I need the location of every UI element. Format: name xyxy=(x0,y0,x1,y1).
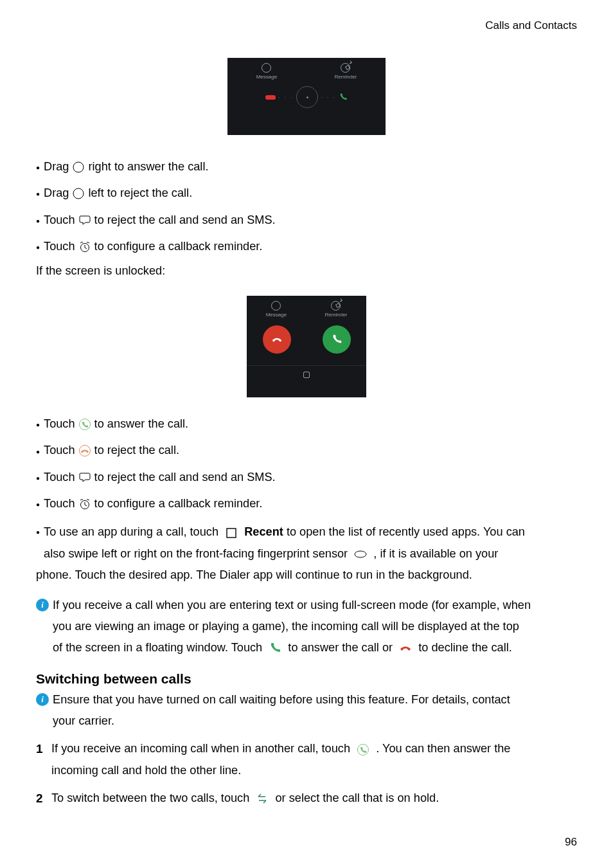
text: to configure a callback reminder. xyxy=(94,238,263,255)
slider-dots-right: · · · xyxy=(321,94,336,101)
text: If you receive a call when you are enter… xyxy=(53,599,531,611)
text: to open the list of recently used apps. … xyxy=(287,525,525,538)
unlocked-screen-actions-list: ● Touch to answer the call. ● Touch to r… xyxy=(36,415,577,586)
info-icon: i xyxy=(36,693,49,706)
step-number: 1 xyxy=(36,738,51,781)
reminder-icon xyxy=(341,63,350,73)
incoming-call-unlocked-screenshot: Message Reminder xyxy=(247,296,366,397)
reminder-icon xyxy=(331,301,341,311)
reminder-icon xyxy=(78,497,92,511)
message-icon xyxy=(78,213,92,227)
text: also swipe left or right on the front-fa… xyxy=(44,547,351,560)
answer-target-icon xyxy=(339,93,348,102)
reject-icon xyxy=(78,444,92,458)
slider-dots-left: · · · xyxy=(278,94,294,101)
answer-icon xyxy=(356,743,370,757)
ss1-message-label: Message xyxy=(256,74,277,80)
bullet-touch-reminder2: ● Touch to configure a callback reminder… xyxy=(36,495,577,512)
text: to reject the call. xyxy=(94,442,179,459)
fingerprint-icon xyxy=(353,547,368,561)
swap-icon xyxy=(255,791,269,806)
text: , if it is available on your xyxy=(373,547,498,560)
ss1-reminder-option: Reminder xyxy=(335,63,357,80)
text: Touch xyxy=(44,495,75,512)
text: left to reject the call. xyxy=(88,185,192,202)
bullet-drag-right: ● Drag right to answer the call. xyxy=(36,158,577,176)
step-2: 2 To switch between the two calls, touch… xyxy=(36,788,577,810)
page-number: 96 xyxy=(565,836,577,849)
answer-icon xyxy=(78,417,92,431)
bullet-icon: ● xyxy=(36,163,40,172)
text: Drag xyxy=(44,185,69,202)
bullet-icon: ● xyxy=(36,527,40,537)
text: Touch xyxy=(44,442,75,459)
text: If you receive an incoming call when in … xyxy=(51,742,353,755)
bullet-icon: ● xyxy=(36,473,40,483)
decline-icon xyxy=(398,641,413,655)
bullet-icon: ● xyxy=(36,242,40,252)
bullet-icon: ● xyxy=(36,500,40,509)
reject-target-icon xyxy=(265,95,276,100)
reject-button-icon xyxy=(263,325,291,354)
answer-button-icon xyxy=(323,325,351,354)
info-icon: i xyxy=(36,599,49,611)
text: your carrier. xyxy=(53,714,114,727)
step-1: 1 If you receive an incoming call when i… xyxy=(36,738,577,781)
bullet-icon: ● xyxy=(36,189,40,199)
text: to decline the call. xyxy=(418,641,512,654)
text: of the screen in a floating window. Touc… xyxy=(53,641,265,654)
unlocked-intro-text: If the screen is unlocked: xyxy=(36,264,577,278)
text: right to answer the call. xyxy=(88,158,208,176)
recent-label: Recent xyxy=(244,525,283,538)
ss2-message-label: Message xyxy=(266,312,287,318)
locked-screen-actions-list: ● Drag right to answer the call. ● Drag … xyxy=(36,158,577,255)
bullet-touch-reminder: ● Touch to configure a callback reminder… xyxy=(36,238,577,255)
ss1-message-option: Message xyxy=(256,63,277,80)
bullet-use-app: ● To use an app during a call, touch Rec… xyxy=(36,521,577,585)
text: Drag xyxy=(44,158,69,176)
bullet-icon: ● xyxy=(36,216,40,226)
ss2-message-option: Message xyxy=(266,301,287,318)
text: to configure a callback reminder. xyxy=(94,495,263,512)
recent-icon xyxy=(224,526,238,540)
info-call-waiting: i Ensure that you have turned on call wa… xyxy=(36,689,577,732)
nav-bar xyxy=(247,365,366,383)
text: or select the call that is on hold. xyxy=(275,791,439,804)
bullet-icon: ● xyxy=(36,447,40,457)
text: Touch xyxy=(44,415,75,433)
text: you are viewing an image or playing a ga… xyxy=(53,620,519,633)
section-heading-switching: Switching between calls xyxy=(36,671,577,687)
message-icon xyxy=(262,63,271,73)
recent-nav-icon xyxy=(303,372,310,378)
ss1-reminder-label: Reminder xyxy=(335,74,357,80)
text: Touch xyxy=(44,238,75,255)
text: to reject the call and send an SMS. xyxy=(94,469,276,486)
text: phone. Touch the desired app. The Dialer… xyxy=(36,568,472,581)
text: Ensure that you have turned on call wait… xyxy=(53,693,510,706)
text: to answer the call. xyxy=(94,415,189,433)
bullet-icon: ● xyxy=(36,420,40,429)
bullet-touch-reject: ● Touch to reject the call. xyxy=(36,442,577,459)
text: to reject the call and send an SMS. xyxy=(94,212,276,229)
circle-icon xyxy=(71,160,85,174)
slider-handle-icon xyxy=(296,86,318,108)
bullet-touch-answer: ● Touch to answer the call. xyxy=(36,415,577,433)
page-header-section: Calls and Contacts xyxy=(36,19,577,32)
text: To switch between the two calls, touch xyxy=(51,791,253,804)
circle-icon xyxy=(71,186,85,201)
reminder-icon xyxy=(78,240,92,254)
text: to answer the call or xyxy=(288,641,396,654)
message-icon xyxy=(78,470,92,484)
text: Touch xyxy=(44,212,75,229)
bullet-touch-sms2: ● Touch to reject the call and send an S… xyxy=(36,469,577,486)
info-floating-window: i If you receive a call when you are ent… xyxy=(36,595,577,658)
step-number: 2 xyxy=(36,788,51,810)
ss2-reminder-label: Reminder xyxy=(325,312,348,318)
text: incoming call and hold the other line. xyxy=(51,764,241,777)
answer-icon xyxy=(268,641,282,655)
incoming-call-locked-screenshot: Message Reminder · · · · · · xyxy=(227,58,386,135)
text: To use an app during a call, touch xyxy=(44,525,222,538)
ss2-reminder-option: Reminder xyxy=(325,301,348,318)
text: . You can then answer the xyxy=(376,742,510,755)
message-icon xyxy=(271,301,281,311)
